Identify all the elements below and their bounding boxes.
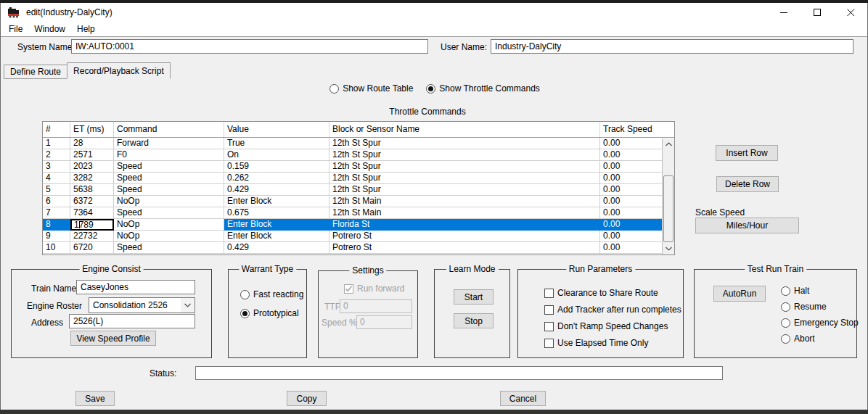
autorun-button[interactable]: AutoRun	[713, 286, 766, 302]
cell[interactable]: 6	[43, 196, 70, 207]
cell[interactable]: Speed	[114, 207, 224, 219]
speed-percent-input[interactable]: 0	[356, 315, 412, 329]
view-toggle-show-throttle-commands[interactable]: Show Throttle Commands	[426, 83, 540, 94]
cell[interactable]: Speed	[114, 184, 224, 196]
warrant-type-prototypical[interactable]: Prototypical	[240, 308, 299, 318]
view-toggle-show-throttle-commands-radio-icon[interactable]	[426, 84, 435, 94]
column-header-et-ms[interactable]: ET (ms)	[70, 122, 114, 137]
ttp-input[interactable]: 0	[340, 299, 412, 313]
cell[interactable]: 7	[43, 207, 70, 219]
warrant-type-prototypical-radio-icon[interactable]	[240, 309, 250, 318]
run-forward-checkbox-row[interactable]: Run forward	[344, 283, 404, 294]
column-header-value[interactable]: Value	[224, 122, 329, 137]
cell[interactable]: 5638	[70, 184, 114, 196]
test-run-resume[interactable]: Resume	[781, 302, 827, 312]
user-name-input[interactable]: Industry-DalyCity	[491, 39, 853, 54]
cell[interactable]: Potrero St	[329, 242, 600, 254]
cell[interactable]: 0.00	[600, 149, 662, 161]
cell[interactable]: 12th St Spur	[329, 149, 600, 161]
column-header-[interactable]: #	[43, 122, 70, 137]
cell[interactable]: 12th St Spur	[329, 173, 600, 184]
cell[interactable]: 12th St Main	[329, 196, 600, 207]
cell[interactable]: 6720	[70, 242, 114, 254]
cell[interactable]: Forward	[114, 138, 224, 149]
cell[interactable]: 10	[43, 242, 70, 254]
scroll-up-icon[interactable]	[663, 138, 674, 150]
save-button[interactable]: Save	[75, 391, 115, 406]
run-param-checkbox-icon[interactable]	[544, 305, 554, 315]
column-header-block-or-sensor-name[interactable]: Block or Sensor Name	[329, 122, 600, 137]
start-button[interactable]: Start	[454, 289, 494, 305]
cell[interactable]: NoOp	[114, 196, 224, 207]
maximize-button[interactable]	[801, 3, 834, 22]
cell[interactable]: 0.00	[600, 161, 662, 173]
menu-item-file[interactable]: File	[3, 22, 28, 36]
cell[interactable]: 3282	[70, 173, 114, 184]
cell[interactable]: 0.675	[224, 207, 329, 219]
cell[interactable]: 0.00	[600, 242, 662, 254]
cell[interactable]: Speed	[114, 161, 224, 173]
test-run-abort-radio-icon[interactable]	[781, 334, 790, 344]
cell[interactable]: 0.429	[224, 242, 329, 254]
test-run-halt[interactable]: Halt	[781, 286, 809, 296]
tab-record-playback-script[interactable]: Record/Playback Script	[67, 62, 171, 79]
run-param-don-t-ramp-speed-changes[interactable]: Don't Ramp Speed Changes	[544, 321, 668, 331]
cell[interactable]: 0.00	[600, 207, 662, 219]
test-run-emergency-stop[interactable]: Emergency Stop	[781, 318, 859, 328]
cell[interactable]: Enter Block	[224, 231, 329, 242]
cell[interactable]: 12th St Spur	[329, 184, 600, 196]
cell[interactable]: 2	[43, 149, 70, 161]
column-header-track-speed[interactable]: Track Speed	[600, 122, 662, 137]
cell[interactable]: 12th St Spur	[329, 161, 600, 173]
cell[interactable]: 12th St Main	[329, 207, 600, 219]
insert-row-button[interactable]: Insert Row	[716, 145, 778, 161]
cell[interactable]: NoOp	[114, 231, 224, 242]
cancel-button[interactable]: Cancel	[500, 391, 546, 406]
cell[interactable]: NoOp	[114, 219, 224, 231]
cell[interactable]: 5	[43, 184, 70, 196]
selected-cell[interactable]: 8	[43, 219, 70, 231]
cell[interactable]: 3	[43, 161, 70, 173]
cell[interactable]: True	[224, 138, 329, 149]
cell[interactable]: 7364	[70, 207, 114, 219]
cell[interactable]: Enter Block	[224, 196, 329, 207]
test-run-abort[interactable]: Abort	[781, 334, 815, 344]
tab-define-route[interactable]: Define Route	[4, 65, 67, 79]
delete-row-button[interactable]: Delete Row	[716, 176, 779, 192]
cell[interactable]: 0.00	[600, 138, 662, 149]
cell[interactable]: 2571	[70, 149, 114, 161]
copy-button[interactable]: Copy	[287, 391, 327, 406]
cell[interactable]: 0.00	[600, 184, 662, 196]
scrollbar-thumb[interactable]	[663, 175, 673, 242]
warrant-type-fast-reacting-radio-icon[interactable]	[240, 290, 250, 299]
cell[interactable]: 0.00	[600, 196, 662, 207]
run-param-add-tracker-after-run-completes[interactable]: Add Tracker after run completes	[544, 305, 681, 315]
menu-item-window[interactable]: Window	[28, 22, 71, 36]
selected-cell[interactable]: 0.00	[600, 219, 662, 231]
view-toggle-show-route-table-radio-icon[interactable]	[329, 84, 339, 94]
cell[interactable]: 0.00	[600, 231, 662, 242]
menu-item-help[interactable]: Help	[71, 22, 101, 36]
cell[interactable]: On	[224, 149, 329, 161]
table-scrollbar[interactable]	[662, 138, 674, 254]
test-run-resume-radio-icon[interactable]	[781, 302, 790, 312]
run-param-checkbox-icon[interactable]	[544, 339, 554, 348]
view-speed-profile-button[interactable]: View Speed Profile	[70, 331, 156, 346]
cell[interactable]: 0.159	[224, 161, 329, 173]
cell[interactable]: 0.262	[224, 173, 329, 184]
cell[interactable]: Speed	[114, 173, 224, 184]
chevron-down-icon[interactable]	[181, 298, 195, 312]
minimize-button[interactable]	[767, 3, 801, 22]
run-param-use-elapsed-time-only[interactable]: Use Elapsed Time Only	[544, 338, 648, 348]
cell[interactable]: 6372	[70, 196, 114, 207]
scale-speed-button[interactable]: Miles/Hour	[695, 218, 799, 233]
run-param-checkbox-icon[interactable]	[544, 322, 554, 331]
test-run-emergency-stop-radio-icon[interactable]	[781, 318, 790, 328]
scroll-down-icon[interactable]	[663, 243, 674, 254]
test-run-halt-radio-icon[interactable]	[781, 286, 790, 296]
cell[interactable]: 0.429	[224, 184, 329, 196]
view-toggle-show-route-table[interactable]: Show Route Table	[329, 83, 413, 94]
run-param-clearance-to-share-route[interactable]: Clearance to Share Route	[544, 288, 658, 298]
cell[interactable]: 22732	[70, 231, 114, 242]
train-name-input[interactable]: CaseyJones	[76, 280, 195, 294]
